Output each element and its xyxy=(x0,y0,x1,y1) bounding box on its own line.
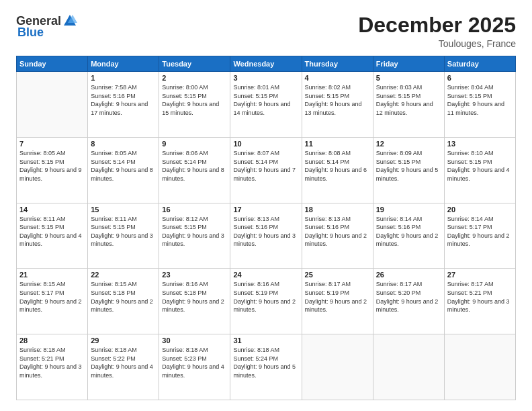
day-info: Sunrise: 8:10 AMSunset: 5:15 PMDaylight:… xyxy=(447,149,513,183)
day-number: 14 xyxy=(19,205,85,214)
day-info: Sunrise: 8:18 AMSunset: 5:23 PMDaylight:… xyxy=(162,346,227,379)
table-row: 18Sunrise: 8:13 AMSunset: 5:16 PMDayligh… xyxy=(302,203,373,269)
day-info: Sunrise: 8:12 AMSunset: 5:15 PMDaylight:… xyxy=(162,215,227,248)
page: General Blue December 2025 Toulouges, Fr… xyxy=(0,0,532,411)
day-info: Sunrise: 8:17 AMSunset: 5:19 PMDaylight:… xyxy=(305,280,370,314)
day-info: Sunrise: 8:03 AMSunset: 5:15 PMDaylight:… xyxy=(376,83,441,117)
day-info: Sunrise: 8:02 AMSunset: 5:15 PMDaylight:… xyxy=(305,83,370,117)
table-row: 19Sunrise: 8:14 AMSunset: 5:16 PMDayligh… xyxy=(373,203,444,269)
day-info: Sunrise: 8:14 AMSunset: 5:16 PMDaylight:… xyxy=(376,215,441,248)
day-info: Sunrise: 8:17 AMSunset: 5:21 PMDaylight:… xyxy=(447,280,513,314)
day-number: 3 xyxy=(233,74,298,82)
day-number: 18 xyxy=(305,205,370,214)
subtitle: Toulouges, France xyxy=(358,38,516,49)
calendar-week-row: 28Sunrise: 8:18 AMSunset: 5:21 PMDayligh… xyxy=(17,334,516,400)
calendar-week-row: 21Sunrise: 8:15 AMSunset: 5:17 PMDayligh… xyxy=(17,269,516,334)
month-title: December 2025 xyxy=(358,13,516,37)
day-number: 15 xyxy=(91,205,156,214)
calendar-week-row: 7Sunrise: 8:05 AMSunset: 5:15 PMDaylight… xyxy=(17,137,516,203)
day-number: 23 xyxy=(162,271,227,279)
day-number: 21 xyxy=(19,271,85,279)
day-info: Sunrise: 8:09 AMSunset: 5:15 PMDaylight:… xyxy=(376,149,441,183)
day-number: 30 xyxy=(162,336,227,345)
table-row: 3Sunrise: 8:01 AMSunset: 5:15 PMDaylight… xyxy=(230,72,302,138)
day-number: 16 xyxy=(162,205,227,214)
day-number: 9 xyxy=(162,140,227,148)
day-number: 25 xyxy=(305,271,370,279)
day-info: Sunrise: 8:08 AMSunset: 5:14 PMDaylight:… xyxy=(305,149,370,183)
day-info: Sunrise: 8:15 AMSunset: 5:18 PMDaylight:… xyxy=(91,280,156,314)
table-row: 15Sunrise: 8:11 AMSunset: 5:15 PMDayligh… xyxy=(88,203,159,269)
table-row: 25Sunrise: 8:17 AMSunset: 5:19 PMDayligh… xyxy=(302,269,373,334)
table-row: 12Sunrise: 8:09 AMSunset: 5:15 PMDayligh… xyxy=(373,137,444,203)
table-row: 4Sunrise: 8:02 AMSunset: 5:15 PMDaylight… xyxy=(302,72,373,138)
table-row: 16Sunrise: 8:12 AMSunset: 5:15 PMDayligh… xyxy=(159,203,230,269)
day-info: Sunrise: 8:17 AMSunset: 5:20 PMDaylight:… xyxy=(376,280,441,314)
day-number: 28 xyxy=(19,336,85,345)
table-row: 7Sunrise: 8:05 AMSunset: 5:15 PMDaylight… xyxy=(17,137,88,203)
day-number: 6 xyxy=(447,74,513,82)
col-monday: Monday xyxy=(88,56,159,72)
day-info: Sunrise: 8:00 AMSunset: 5:15 PMDaylight:… xyxy=(162,83,227,117)
day-number: 24 xyxy=(233,271,298,279)
day-info: Sunrise: 8:14 AMSunset: 5:17 PMDaylight:… xyxy=(447,215,513,248)
day-number: 10 xyxy=(233,140,298,148)
day-info: Sunrise: 8:16 AMSunset: 5:18 PMDaylight:… xyxy=(162,280,227,314)
table-row: 29Sunrise: 8:18 AMSunset: 5:22 PMDayligh… xyxy=(88,334,159,400)
day-info: Sunrise: 8:05 AMSunset: 5:15 PMDaylight:… xyxy=(19,149,85,183)
day-info: Sunrise: 8:16 AMSunset: 5:19 PMDaylight:… xyxy=(233,280,298,314)
table-row: 22Sunrise: 8:15 AMSunset: 5:18 PMDayligh… xyxy=(88,269,159,334)
day-info: Sunrise: 8:11 AMSunset: 5:15 PMDaylight:… xyxy=(19,215,85,248)
table-row: 17Sunrise: 8:13 AMSunset: 5:16 PMDayligh… xyxy=(230,203,302,269)
day-info: Sunrise: 8:05 AMSunset: 5:14 PMDaylight:… xyxy=(91,149,156,183)
day-number: 1 xyxy=(91,74,156,82)
col-friday: Friday xyxy=(373,56,444,72)
table-row: 10Sunrise: 8:07 AMSunset: 5:14 PMDayligh… xyxy=(230,137,302,203)
table-row: 27Sunrise: 8:17 AMSunset: 5:21 PMDayligh… xyxy=(444,269,515,334)
table-row: 26Sunrise: 8:17 AMSunset: 5:20 PMDayligh… xyxy=(373,269,444,334)
day-number: 19 xyxy=(376,205,441,214)
table-row xyxy=(373,334,444,400)
col-saturday: Saturday xyxy=(444,56,515,72)
table-row: 23Sunrise: 8:16 AMSunset: 5:18 PMDayligh… xyxy=(159,269,230,334)
day-number: 22 xyxy=(91,271,156,279)
day-info: Sunrise: 8:18 AMSunset: 5:24 PMDaylight:… xyxy=(233,346,298,379)
day-number: 31 xyxy=(233,336,298,345)
day-info: Sunrise: 8:13 AMSunset: 5:16 PMDaylight:… xyxy=(305,215,370,248)
day-info: Sunrise: 7:58 AMSunset: 5:16 PMDaylight:… xyxy=(91,83,156,117)
logo: General Blue xyxy=(16,13,77,40)
table-row: 30Sunrise: 8:18 AMSunset: 5:23 PMDayligh… xyxy=(159,334,230,400)
table-row: 21Sunrise: 8:15 AMSunset: 5:17 PMDayligh… xyxy=(17,269,88,334)
table-row: 14Sunrise: 8:11 AMSunset: 5:15 PMDayligh… xyxy=(17,203,88,269)
table-row xyxy=(302,334,373,400)
table-row: 8Sunrise: 8:05 AMSunset: 5:14 PMDaylight… xyxy=(88,137,159,203)
day-info: Sunrise: 8:15 AMSunset: 5:17 PMDaylight:… xyxy=(19,280,85,314)
table-row: 31Sunrise: 8:18 AMSunset: 5:24 PMDayligh… xyxy=(230,334,302,400)
col-thursday: Thursday xyxy=(302,56,373,72)
calendar-week-row: 1Sunrise: 7:58 AMSunset: 5:16 PMDaylight… xyxy=(17,72,516,138)
col-sunday: Sunday xyxy=(17,56,88,72)
day-info: Sunrise: 8:04 AMSunset: 5:15 PMDaylight:… xyxy=(447,83,513,117)
table-row: 1Sunrise: 7:58 AMSunset: 5:16 PMDaylight… xyxy=(88,72,159,138)
day-number: 17 xyxy=(233,205,298,214)
day-info: Sunrise: 8:07 AMSunset: 5:14 PMDaylight:… xyxy=(233,149,298,183)
table-row: 11Sunrise: 8:08 AMSunset: 5:14 PMDayligh… xyxy=(302,137,373,203)
day-number: 5 xyxy=(376,74,441,82)
day-number: 12 xyxy=(376,140,441,148)
table-row: 13Sunrise: 8:10 AMSunset: 5:15 PMDayligh… xyxy=(444,137,515,203)
day-info: Sunrise: 8:06 AMSunset: 5:14 PMDaylight:… xyxy=(162,149,227,183)
table-row: 20Sunrise: 8:14 AMSunset: 5:17 PMDayligh… xyxy=(444,203,515,269)
table-row xyxy=(444,334,515,400)
table-row: 2Sunrise: 8:00 AMSunset: 5:15 PMDaylight… xyxy=(159,72,230,138)
day-number: 4 xyxy=(305,74,370,82)
day-number: 2 xyxy=(162,74,227,82)
day-number: 20 xyxy=(447,205,513,214)
day-info: Sunrise: 8:18 AMSunset: 5:22 PMDaylight:… xyxy=(91,346,156,379)
day-info: Sunrise: 8:11 AMSunset: 5:15 PMDaylight:… xyxy=(91,215,156,248)
day-number: 7 xyxy=(19,140,85,148)
table-row: 9Sunrise: 8:06 AMSunset: 5:14 PMDaylight… xyxy=(159,137,230,203)
table-row xyxy=(17,72,88,138)
logo-blue: Blue xyxy=(17,26,44,40)
header: General Blue December 2025 Toulouges, Fr… xyxy=(16,13,516,49)
calendar-table: Sunday Monday Tuesday Wednesday Thursday… xyxy=(16,56,516,400)
